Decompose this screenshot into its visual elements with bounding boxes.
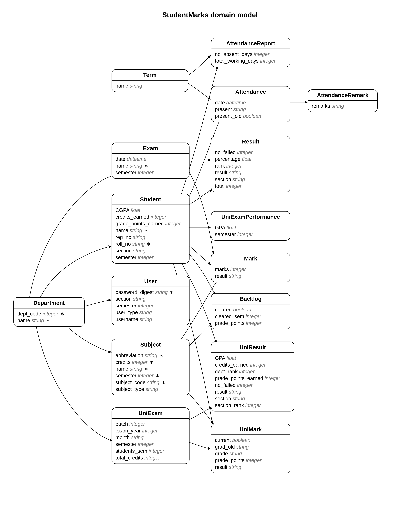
attr-row: total_working_days integer <box>215 58 286 64</box>
attr-type: string <box>133 248 146 253</box>
attr-row: dept_rank integer <box>215 368 290 375</box>
entity-Mark: Markmarks integerresult string <box>211 253 290 282</box>
attr-row: section string <box>215 395 290 402</box>
entity-title: Subject <box>112 339 189 350</box>
attr-row: subject_code string ∗ <box>115 379 186 386</box>
attr-row: credits_earned integer <box>115 214 186 220</box>
attr-type: string <box>32 318 44 323</box>
relation-Department-Student <box>40 246 112 297</box>
attr-type: integer <box>226 183 241 189</box>
arrowhead-icon <box>208 226 211 229</box>
entity-title: AttendanceReport <box>211 38 290 49</box>
entity-body: remarks string <box>308 101 377 112</box>
attr-row: percentage float <box>215 156 286 162</box>
attr-row: marks integer <box>215 266 286 273</box>
attr-row: no_absent_days integer <box>215 51 286 58</box>
attr-row: name string ∗ <box>115 366 186 372</box>
attr-row: remarks string <box>312 103 374 109</box>
entity-title: UniExam <box>112 408 189 419</box>
attr-row: GPA float <box>215 224 286 231</box>
attr-name: reg_no <box>115 234 131 240</box>
relation-Subject-Backlog <box>189 323 212 346</box>
attr-row: exam_year integer <box>115 427 186 434</box>
attr-row: cleared_sem integer <box>215 313 286 320</box>
attr-name: semester <box>115 373 136 378</box>
attr-row: grade string <box>215 450 286 457</box>
required-star-icon: ∗ <box>142 163 148 169</box>
attr-type: string <box>133 234 145 240</box>
arrowhead-icon <box>305 101 308 104</box>
entity-AttendanceReport: AttendanceReportno_absent_days integerto… <box>211 38 290 67</box>
attr-type: datetime <box>226 100 246 105</box>
attr-row: result string <box>215 389 290 395</box>
attr-row: section string <box>115 296 186 302</box>
attr-row: user_type string <box>115 309 186 316</box>
attr-row: section string <box>115 247 186 254</box>
attr-type: integer <box>149 448 164 454</box>
attr-name: exam_year <box>115 428 141 434</box>
entity-title: UniExamPerformance <box>211 212 290 222</box>
attr-name: dept_code <box>17 311 41 317</box>
attr-type: integer <box>237 382 253 388</box>
diagram-title: StudentMarks domain model <box>0 11 420 19</box>
attr-type: float <box>226 355 236 361</box>
attr-row: no_failed integer <box>215 149 286 156</box>
attr-type: datetime <box>127 156 147 162</box>
attr-name: month <box>115 435 130 440</box>
attr-row: total_credits integer <box>115 454 186 461</box>
entity-body: batch integerexam_year integermonth stri… <box>112 419 189 464</box>
relation-Subject-UniMark <box>188 393 214 424</box>
arrowhead-icon <box>108 350 112 353</box>
attr-row: grade_points_earned integer <box>215 375 290 382</box>
attr-row: password_digest string ∗ <box>115 289 186 296</box>
attr-type: string <box>229 464 241 470</box>
entity-body: name string <box>112 81 188 92</box>
attr-type: float <box>242 156 252 162</box>
attr-name: date <box>115 156 125 162</box>
attr-row: grade_points_earned integer <box>115 220 186 227</box>
entity-UniMark: UniMarkcurrent booleangrad_old stringgra… <box>211 424 290 473</box>
entity-UniResult: UniResultGPA floatcredits_earned integer… <box>211 342 294 412</box>
required-star-icon: ∗ <box>58 311 64 317</box>
attr-type: integer <box>142 428 158 434</box>
required-star-icon: ∗ <box>157 352 164 358</box>
arrowhead-icon <box>211 421 214 424</box>
attr-row: grade_points integer <box>215 320 286 327</box>
attr-type: string <box>130 83 142 89</box>
attr-name: cleared <box>215 307 232 313</box>
attr-type: string <box>130 228 142 233</box>
attr-name: result <box>215 170 227 175</box>
entity-Term: Termname string <box>112 69 188 92</box>
attr-row: semester integer <box>115 441 186 448</box>
relation-Department-Exam <box>30 175 116 297</box>
attr-row: semester integer ∗ <box>115 372 186 379</box>
attr-name: credits <box>115 359 130 365</box>
attr-row: credits integer ∗ <box>115 359 186 366</box>
attr-type: integer <box>165 221 181 226</box>
attr-type: integer <box>239 369 255 374</box>
attr-name: no_failed <box>215 382 236 388</box>
attr-name: rank <box>215 163 225 169</box>
attr-name: remarks <box>312 103 330 109</box>
attr-name: credits_earned <box>215 362 249 368</box>
entity-Exam: Examdate datetimename string ∗semester i… <box>112 143 189 179</box>
attr-type: string <box>155 289 168 295</box>
attr-row: subject_type string <box>115 386 186 392</box>
attr-name: result <box>215 464 227 470</box>
attr-type: string <box>131 435 143 440</box>
entity-title: User <box>112 276 189 287</box>
attr-name: user_type <box>115 310 138 315</box>
attr-row: total integer <box>215 183 286 190</box>
attr-row: result string <box>215 464 286 471</box>
attr-row: grad_old string <box>215 444 286 450</box>
attr-name: cleared_sem <box>215 314 244 319</box>
attr-row: name string ∗ <box>115 162 186 169</box>
required-star-icon: ∗ <box>142 228 148 233</box>
entity-body: marks integerresult string <box>211 264 290 282</box>
attr-row: semester integer <box>215 231 286 238</box>
attr-row: dept_code integer ∗ <box>17 310 81 317</box>
attr-row: section_rank integer <box>215 402 290 409</box>
attr-name: name <box>115 228 128 233</box>
attr-name: name <box>115 83 128 89</box>
attr-type: integer <box>226 163 242 169</box>
